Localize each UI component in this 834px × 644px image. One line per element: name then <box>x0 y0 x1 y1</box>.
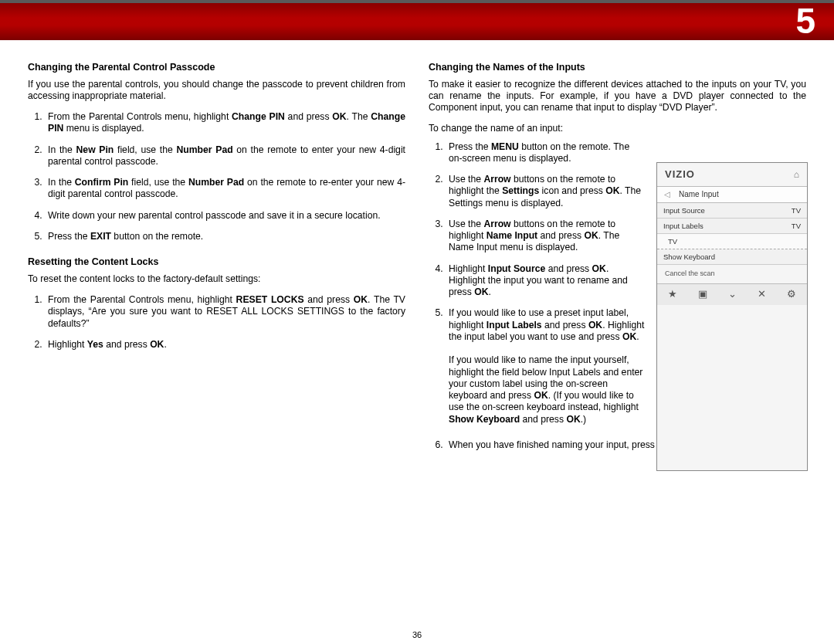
text: Use the <box>449 219 483 229</box>
step: Write down your new parental control pas… <box>45 210 405 222</box>
field-value: TV <box>668 237 677 246</box>
bold: EXIT <box>90 231 111 242</box>
step: Use the Arrow buttons on the remote to h… <box>446 174 645 209</box>
tv-row-input-labels: Input Labels TV <box>657 219 807 234</box>
section-heading-locks: Resetting the Content Locks <box>28 256 405 269</box>
tv-menu-title: Name Input <box>679 190 719 200</box>
bold: OK <box>332 111 346 122</box>
text: and press <box>537 230 584 241</box>
text: button on the remote. <box>111 231 203 242</box>
tv-row-show-keyboard: Show Keyboard <box>657 249 807 265</box>
text: When you have finished naming your input… <box>449 439 673 450</box>
row-label: Input Labels <box>663 222 703 231</box>
text: menu is displayed. <box>63 123 144 134</box>
bold: Yes <box>87 339 103 350</box>
bold: Settings <box>502 185 539 196</box>
step: From the Parental Controls menu, highlig… <box>45 111 405 135</box>
step: Highlight Input Source and press OK. Hig… <box>446 263 645 299</box>
bold: Number Pad <box>177 144 233 155</box>
section-heading-inputs: Changing the Names of the Inputs <box>429 62 806 74</box>
text: and press <box>542 320 588 330</box>
text: icon and press <box>539 185 605 196</box>
bold: Show Keyboard <box>449 414 520 425</box>
bold: OK <box>622 331 636 342</box>
left-column: Changing the Parental Control Passcode I… <box>28 62 405 465</box>
bold: New Pin <box>76 144 114 155</box>
section-heading-passcode: Changing the Parental Control Passcode <box>28 62 405 74</box>
tv-menu-title-row: ◁ Name Input <box>657 186 807 203</box>
section-intro: To make it easier to recognize the diffe… <box>429 79 806 114</box>
step: Use the Arrow buttons on the remote to h… <box>446 219 645 254</box>
row-value: TV <box>792 206 801 215</box>
bold: Arrow <box>483 174 510 185</box>
guide-icon: ▣ <box>698 288 707 300</box>
text: . <box>636 331 639 342</box>
bold: Confirm Pin <box>75 177 129 188</box>
step: In the Confirm Pin field, use the Number… <box>45 177 405 201</box>
bold: OK <box>584 230 598 241</box>
passcode-steps: From the Parental Controls menu, highlig… <box>28 111 405 242</box>
tv-footer-icons: ★ ▣ ⌄ ✕ ⚙ <box>657 283 807 305</box>
content-columns: Changing the Parental Control Passcode I… <box>0 40 834 465</box>
bold: OK <box>566 414 580 425</box>
text: . <box>488 286 490 297</box>
tv-header: VIZIO ⌂ <box>657 163 807 186</box>
section-intro: To reset the content locks to the factor… <box>28 273 405 285</box>
text: and press <box>103 339 150 350</box>
text: In the <box>48 177 75 188</box>
inputs-steps: Press the MENU button on the remote. The… <box>429 141 645 425</box>
bold: OK <box>534 390 548 401</box>
text: Use the <box>449 174 483 185</box>
step: Press the MENU button on the remote. The… <box>446 141 645 165</box>
gear-icon: ⚙ <box>787 288 796 300</box>
bold: OK <box>150 339 164 350</box>
home-icon: ⌂ <box>794 169 799 181</box>
text: field, use the <box>128 177 188 188</box>
text: In the <box>48 144 76 155</box>
text: and press <box>545 263 592 274</box>
row-label: Show Keyboard <box>663 253 715 262</box>
text: and press <box>520 414 566 425</box>
chapter-number: 5 <box>795 3 815 42</box>
text: .) <box>581 414 586 425</box>
v-icon: ⌄ <box>728 288 737 300</box>
bold: OK <box>354 294 368 305</box>
close-icon: ✕ <box>758 288 766 300</box>
section-intro: If you use the parental controls, you sh… <box>28 79 405 103</box>
bold: RESET LOCKS <box>236 294 304 305</box>
bold: Arrow <box>483 219 510 229</box>
text: and press <box>285 111 332 122</box>
text: . The <box>347 111 371 122</box>
step: Press the EXIT button on the remote. <box>45 231 405 242</box>
text: . <box>164 339 166 350</box>
text: Highlight <box>449 263 488 274</box>
bold: Name Input <box>486 230 537 241</box>
bold: OK <box>474 286 488 297</box>
manual-page: 5 Changing the Parental Control Passcode… <box>0 3 834 644</box>
text: and press <box>304 294 354 305</box>
text: Press the <box>449 141 491 152</box>
bold: Input Source <box>488 263 545 274</box>
step: Highlight Yes and press OK. <box>45 339 405 351</box>
section-intro-2: To change the name of an input: <box>429 123 806 134</box>
bold: Input Labels <box>486 320 542 330</box>
row-label: Input Source <box>663 206 705 215</box>
tv-brand-logo: VIZIO <box>665 168 695 181</box>
tv-menu-mockup: VIZIO ⌂ ◁ Name Input Input Source TV Inp… <box>656 162 808 471</box>
text: Press the <box>48 231 90 242</box>
right-narrow-text: Press the MENU button on the remote. The… <box>429 141 645 425</box>
step: If you would like to use a preset input … <box>446 307 645 425</box>
bold: Number Pad <box>188 177 244 188</box>
bold: Change PIN <box>232 111 285 122</box>
back-icon: ◁ <box>662 190 673 200</box>
star-icon: ★ <box>668 288 677 300</box>
tv-footer-message: Cancel the scan <box>657 265 807 283</box>
text: From the Parental Controls menu, highlig… <box>48 294 236 305</box>
tv-row-input-source: Input Source TV <box>657 203 807 219</box>
page-number: 36 <box>0 630 834 639</box>
bold: OK <box>588 320 602 330</box>
bold: OK <box>605 185 619 196</box>
bold: MENU <box>491 141 519 152</box>
step: In the New Pin field, use the Number Pad… <box>45 144 405 168</box>
locks-steps: From the Parental Controls menu, highlig… <box>28 294 405 351</box>
